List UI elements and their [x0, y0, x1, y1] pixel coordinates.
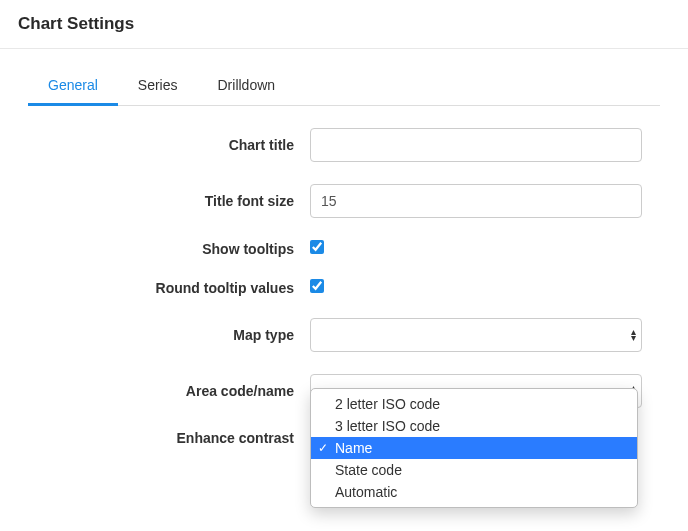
row-area-code-name: Area code/name ▴▾ 2 letter ISO code 3 le… — [28, 374, 660, 408]
label-title-font-size: Title font size — [28, 193, 310, 209]
label-chart-title: Chart title — [28, 137, 310, 153]
label-show-tooltips: Show tooltips — [28, 241, 310, 257]
header: Chart Settings — [0, 0, 688, 49]
map-type-select[interactable] — [310, 318, 642, 352]
dropdown-option-2-letter-iso[interactable]: 2 letter ISO code — [311, 393, 637, 415]
tabs: General Series Drilldown — [28, 67, 660, 106]
dropdown-option-state-code[interactable]: State code — [311, 459, 637, 481]
content: General Series Drilldown Chart title Tit… — [0, 49, 688, 446]
row-title-font-size: Title font size — [28, 184, 660, 218]
page-title: Chart Settings — [18, 14, 670, 34]
label-round-tooltip-values: Round tooltip values — [28, 280, 310, 296]
dropdown-option-3-letter-iso[interactable]: 3 letter ISO code — [311, 415, 637, 437]
row-map-type: Map type ▴▾ — [28, 318, 660, 352]
show-tooltips-checkbox[interactable] — [310, 240, 324, 254]
label-area-code-name: Area code/name — [28, 383, 310, 399]
dropdown-option-name[interactable]: Name — [311, 437, 637, 459]
row-round-tooltip-values: Round tooltip values — [28, 279, 660, 296]
row-chart-title: Chart title — [28, 128, 660, 162]
tab-general[interactable]: General — [28, 67, 118, 106]
dropdown-option-automatic[interactable]: Automatic — [311, 481, 637, 503]
tab-series[interactable]: Series — [118, 67, 198, 106]
title-font-size-input[interactable] — [310, 184, 642, 218]
area-code-name-dropdown: 2 letter ISO code 3 letter ISO code Name… — [310, 388, 638, 508]
label-enhance-contrast: Enhance contrast — [28, 430, 310, 446]
form-general: Chart title Title font size Show tooltip… — [28, 106, 660, 446]
tab-drilldown[interactable]: Drilldown — [198, 67, 296, 106]
label-map-type: Map type — [28, 327, 310, 343]
chart-title-input[interactable] — [310, 128, 642, 162]
row-show-tooltips: Show tooltips — [28, 240, 660, 257]
round-tooltip-values-checkbox[interactable] — [310, 279, 324, 293]
